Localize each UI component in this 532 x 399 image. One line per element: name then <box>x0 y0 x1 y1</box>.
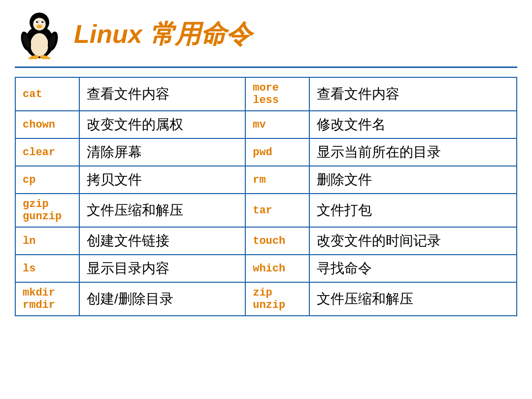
desc-cell-right: 文件压缩和解压 <box>309 282 517 316</box>
table-row: clear清除屏幕pwd显示当前所在的目录 <box>15 138 517 166</box>
cmd-cell-right: tar <box>245 194 309 227</box>
tux-logo <box>15 10 64 59</box>
header: Linux 常用命令 <box>15 10 517 68</box>
svg-point-3 <box>33 18 45 30</box>
cmd-cell-right: which <box>245 255 309 282</box>
desc-cell-left: 拷贝文件 <box>79 166 245 194</box>
svg-point-6 <box>36 21 38 23</box>
svg-point-1 <box>31 33 48 56</box>
desc-cell-left: 创建文件链接 <box>79 227 245 255</box>
cmd-cell-left: cat <box>15 77 79 111</box>
cmd-cell-left: chown <box>15 111 79 138</box>
table-row: chown改变文件的属权mv修改文件名 <box>15 111 517 138</box>
desc-cell-left: 改变文件的属权 <box>79 111 245 138</box>
table-row: cp拷贝文件rm删除文件 <box>15 166 517 194</box>
svg-point-10 <box>37 25 42 28</box>
cmd-cell-left: gzip gunzip <box>15 194 79 227</box>
desc-cell-left: 显示目录内容 <box>79 255 245 282</box>
cmd-cell-right: rm <box>245 166 309 194</box>
cmd-cell-left: cp <box>15 166 79 194</box>
page-title: Linux 常用命令 <box>74 17 252 52</box>
desc-cell-right: 修改文件名 <box>309 111 517 138</box>
svg-point-8 <box>37 21 38 22</box>
cmd-cell-left: ln <box>15 227 79 255</box>
table-row: ls显示目录内容which寻找命令 <box>15 255 517 282</box>
desc-cell-right: 改变文件的时间记录 <box>309 227 517 255</box>
cmd-cell-right: zip unzip <box>245 282 309 316</box>
desc-cell-right: 显示当前所在的目录 <box>309 138 517 166</box>
table-row: cat查看文件内容more less查看文件内容 <box>15 77 517 111</box>
cmd-cell-right: touch <box>245 227 309 255</box>
svg-point-9 <box>42 21 43 22</box>
cmd-cell-right: more less <box>245 77 309 111</box>
svg-point-7 <box>41 21 44 23</box>
table-row: mkdir rmdir创建/删除目录zip unzip文件压缩和解压 <box>15 282 517 316</box>
desc-cell-left: 创建/删除目录 <box>79 282 245 316</box>
desc-cell-left: 清除屏幕 <box>79 138 245 166</box>
cmd-cell-right: mv <box>245 111 309 138</box>
page: Linux 常用命令 cat查看文件内容more less查看文件内容chown… <box>0 0 532 399</box>
cmd-cell-left: ls <box>15 255 79 282</box>
desc-cell-left: 文件压缩和解压 <box>79 194 245 227</box>
desc-cell-right: 寻找命令 <box>309 255 517 282</box>
commands-table: cat查看文件内容more less查看文件内容chown改变文件的属权mv修改… <box>15 77 517 316</box>
cmd-cell-left: clear <box>15 138 79 166</box>
table-row: gzip gunzip文件压缩和解压tar文件打包 <box>15 194 517 227</box>
desc-cell-right: 查看文件内容 <box>309 77 517 111</box>
cmd-cell-left: mkdir rmdir <box>15 282 79 316</box>
desc-cell-left: 查看文件内容 <box>79 77 245 111</box>
desc-cell-right: 删除文件 <box>309 166 517 194</box>
desc-cell-right: 文件打包 <box>309 194 517 227</box>
cmd-cell-right: pwd <box>245 138 309 166</box>
table-row: ln创建文件链接touch改变文件的时间记录 <box>15 227 517 255</box>
